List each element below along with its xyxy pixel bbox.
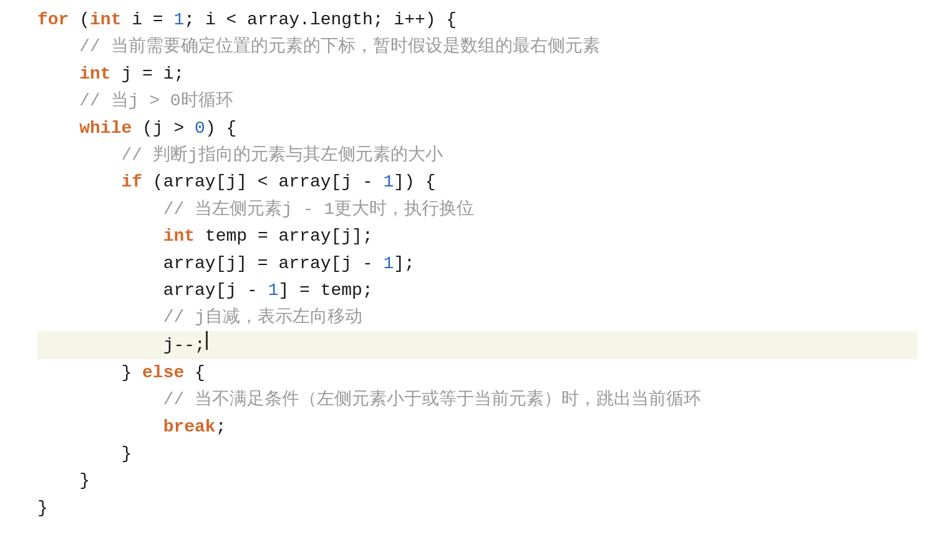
plain-segment: ]) { xyxy=(394,168,435,195)
code-line-line7: if (array[j] < array[j - 1]) { xyxy=(37,168,918,195)
plain-segment: } xyxy=(79,467,90,494)
code-line-line14: } else { xyxy=(37,359,918,386)
indent xyxy=(37,196,163,223)
indent xyxy=(37,168,121,195)
kw-segment: int xyxy=(79,60,110,87)
code-line-line17: } xyxy=(37,440,918,467)
indent xyxy=(37,332,163,359)
indent xyxy=(37,413,163,440)
kw-segment: if xyxy=(121,168,142,195)
indent xyxy=(37,304,163,331)
indent xyxy=(37,277,163,304)
kw-segment: while xyxy=(79,115,132,142)
code-line-line6: // 判断j指向的元素与其左侧元素的大小 xyxy=(37,142,918,168)
code-line-line1: for (int i = 1; i < array.length; i++) { xyxy=(37,6,918,33)
indent xyxy=(37,359,121,386)
comment-segment: // 当前需要确定位置的元素的下标，暂时假设是数组的最右侧元素 xyxy=(79,33,599,60)
num-segment: 1 xyxy=(384,250,394,277)
code-line-line13: j--; xyxy=(37,331,918,359)
code-line-line15: // 当不满足条件（左侧元素小于或等于当前元素）时，跳出当前循环 xyxy=(37,386,918,413)
plain-segment: i = xyxy=(121,6,173,33)
plain-segment: ; i < array.length; i++) { xyxy=(184,6,457,33)
plain-segment: j = i; xyxy=(111,60,185,87)
plain-segment: } xyxy=(121,440,132,467)
code-line-line18: } xyxy=(37,467,918,494)
comment-segment: // 判断j指向的元素与其左侧元素的大小 xyxy=(121,142,442,168)
plain-segment: array[j] = array[j - xyxy=(163,250,384,277)
plain-segment: ]; xyxy=(394,250,415,277)
num-segment: 1 xyxy=(384,168,394,195)
plain-segment: ) { xyxy=(205,115,236,142)
plain-segment: } xyxy=(37,495,48,521)
code-line-line2: // 当前需要确定位置的元素的下标，暂时假设是数组的最右侧元素 xyxy=(37,33,918,60)
indent xyxy=(37,467,79,494)
plain-segment: (array[j] < array[j - xyxy=(142,168,383,195)
plain-segment: ] = temp; xyxy=(278,277,372,304)
plain-segment: j--; xyxy=(163,332,205,359)
plain-segment: array[j - xyxy=(163,277,268,304)
code-line-line11: array[j - 1] = temp; xyxy=(37,277,918,304)
code-line-line8: // 当左侧元素j - 1更大时，执行换位 xyxy=(37,196,918,223)
plain-segment: ( xyxy=(69,6,90,33)
kw-segment: break xyxy=(163,413,216,440)
indent xyxy=(37,142,121,168)
code-line-line3: int j = i; xyxy=(37,60,918,87)
indent xyxy=(37,440,121,467)
indent xyxy=(37,386,163,413)
kw-segment: int xyxy=(163,223,195,249)
comment-segment: // 当j > 0时循环 xyxy=(79,87,233,114)
code-line-line5: while (j > 0) { xyxy=(37,115,918,142)
indent xyxy=(37,250,163,277)
code-line-line16: break; xyxy=(37,413,918,440)
code-line-line19: } xyxy=(37,495,918,521)
code-line-line12: // j自减，表示左向移动 xyxy=(37,304,918,331)
comment-segment: // j自减，表示左向移动 xyxy=(163,304,362,331)
plain-segment: ; xyxy=(216,413,226,440)
num-segment: 1 xyxy=(268,277,279,304)
code-line-line10: array[j] = array[j - 1]; xyxy=(37,250,918,277)
plain-segment: } xyxy=(121,359,142,386)
code-editor: for (int i = 1; i < array.length; i++) {… xyxy=(0,0,930,560)
code-line-line4: // 当j > 0时循环 xyxy=(37,87,918,114)
text-cursor xyxy=(206,331,208,350)
kw-segment: for xyxy=(37,6,69,33)
indent xyxy=(37,60,79,87)
kw-segment: int xyxy=(90,6,121,33)
plain-segment: (j > xyxy=(132,115,195,142)
plain-segment: temp = array[j]; xyxy=(195,223,373,249)
comment-segment: // 当左侧元素j - 1更大时，执行换位 xyxy=(163,196,474,223)
indent xyxy=(37,223,163,249)
indent xyxy=(37,115,79,142)
indent xyxy=(37,87,79,114)
num-segment: 0 xyxy=(195,115,205,142)
comment-segment: // 当不满足条件（左侧元素小于或等于当前元素）时，跳出当前循环 xyxy=(163,386,701,413)
num-segment: 1 xyxy=(173,6,184,33)
code-line-line9: int temp = array[j]; xyxy=(37,223,918,249)
indent xyxy=(37,33,79,60)
plain-segment: { xyxy=(184,359,205,386)
kw-segment: else xyxy=(142,359,184,386)
